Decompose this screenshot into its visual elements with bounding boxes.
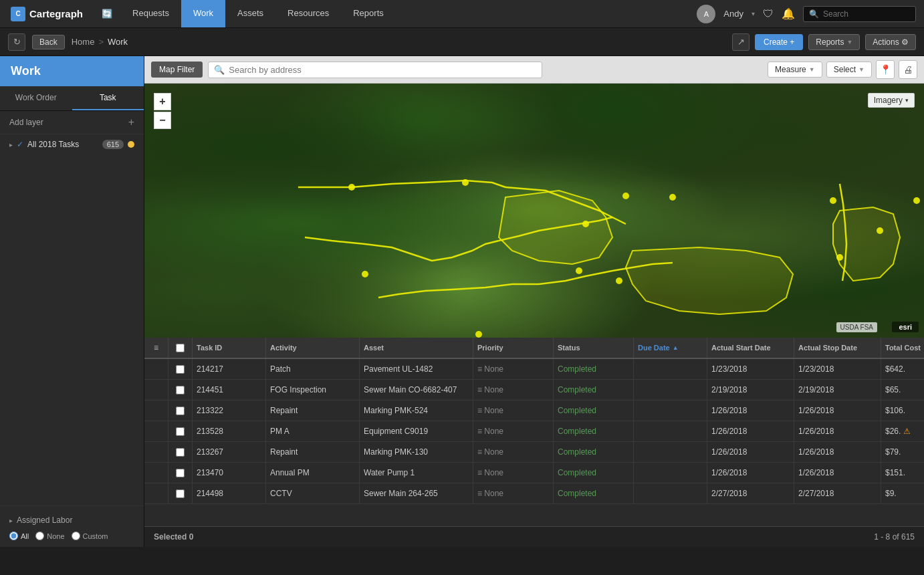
layer-item-all-tasks[interactable]: ▸ ✓ All 2018 Tasks 615 <box>0 134 144 154</box>
measure-label: Measure <box>775 65 806 74</box>
th-total-cost[interactable]: Total Cost <box>881 338 924 358</box>
zoom-out-button[interactable]: − <box>154 112 171 129</box>
table-row: 213322 Repaint Marking PMK-524 ≡ None Co… <box>144 400 924 421</box>
top-nav: C Cartegraph 🔄 Requests Work Assets Reso… <box>0 0 924 28</box>
sort-arrow-icon: ▲ <box>673 344 679 351</box>
select-dropdown-icon: ▼ <box>858 66 864 73</box>
address-search-box[interactable]: 🔍 <box>208 62 542 78</box>
avatar[interactable]: A <box>697 5 715 23</box>
external-link-icon[interactable]: ↗ <box>732 33 749 51</box>
esri-badge: esri <box>892 322 919 332</box>
reports-button[interactable]: Reports ▼ <box>808 34 860 50</box>
nav-item-requests[interactable]: Requests <box>120 0 181 27</box>
map-filter-button[interactable]: Map Filter <box>151 62 203 78</box>
add-layer-button[interactable]: Add layer + <box>0 111 144 134</box>
map-area[interactable]: + − Imagery ▾ USDA FSA esri <box>144 84 924 338</box>
breadcrumb-sep: > <box>98 37 104 47</box>
row-priority: ≡ None <box>473 442 554 462</box>
global-search-box[interactable]: 🔍 <box>803 6 916 22</box>
th-status[interactable]: Status <box>554 338 634 358</box>
row-menu[interactable] <box>144 400 168 421</box>
row-status: Completed <box>554 359 634 379</box>
th-activity[interactable]: Activity <box>266 338 360 358</box>
layer-count: 615 <box>102 140 124 149</box>
select-all-checkbox[interactable] <box>176 344 185 352</box>
address-search-input[interactable] <box>229 65 536 75</box>
row-actual-start: 2/27/2018 <box>707 483 794 503</box>
nav-item-assets[interactable]: Assets <box>225 0 275 27</box>
tab-task[interactable]: Task <box>72 86 144 110</box>
row-actual-start: 1/26/2018 <box>707 442 794 462</box>
nav-icon-requests-icon[interactable]: 🔄 <box>94 0 120 27</box>
row-checkbox[interactable] <box>168 442 193 462</box>
row-checkbox[interactable] <box>168 400 193 421</box>
tab-work-order[interactable]: Work Order <box>0 86 72 110</box>
svg-point-8 <box>913 197 920 204</box>
row-status: Completed <box>554 483 634 503</box>
th-due-date[interactable]: Due Date ▲ <box>634 338 707 358</box>
th-task-id[interactable]: Task ID <box>193 338 266 358</box>
row-checkbox[interactable] <box>168 463 193 483</box>
row-actual-start: 1/26/2018 <box>707 463 794 483</box>
search-icon: 🔍 <box>809 9 819 19</box>
main-layout: Work Work Order Task Add layer + ▸ ✓ All… <box>0 56 924 547</box>
nav-item-resources[interactable]: Resources <box>275 0 341 27</box>
global-search-input[interactable] <box>823 9 910 19</box>
row-priority: ≡ None <box>473 380 554 400</box>
breadcrumb-home[interactable]: Home <box>72 37 95 47</box>
selected-count: Selected 0 <box>154 532 193 542</box>
add-layer-icon: + <box>128 116 134 128</box>
svg-point-15 <box>836 254 843 261</box>
table-footer: Selected 0 1 - 8 of 615 <box>144 526 924 547</box>
th-priority[interactable]: Priority <box>473 338 554 358</box>
user-name[interactable]: Andy <box>723 9 743 19</box>
print-icon[interactable]: 🖨 <box>899 60 917 79</box>
dropdown-arrow-icon: ▾ <box>752 10 755 17</box>
back-button[interactable]: Back <box>32 35 65 49</box>
actions-button[interactable]: Actions ⚙ <box>865 34 916 50</box>
data-table-area: ≡ Task ID Activity Asset Priority Status… <box>144 338 924 547</box>
filter-none-label: None <box>47 532 64 540</box>
row-asset: Sewer Main 264-265 <box>360 483 473 503</box>
row-menu[interactable] <box>144 359 168 379</box>
filter-custom[interactable]: Custom <box>72 532 108 540</box>
logo[interactable]: C Cartegraph <box>0 7 94 21</box>
row-checkbox[interactable] <box>168 359 193 379</box>
row-activity: FOG Inspection <box>266 380 360 400</box>
measure-button[interactable]: Measure ▼ <box>768 62 822 78</box>
row-menu[interactable] <box>144 380 168 400</box>
row-status: Completed <box>554 380 634 400</box>
location-pin-icon[interactable]: 📍 <box>876 60 895 79</box>
th-actual-stop[interactable]: Actual Stop Date <box>794 338 881 358</box>
row-activity: PM A <box>266 421 360 441</box>
row-menu[interactable] <box>144 483 168 503</box>
th-actual-start[interactable]: Actual Start Date <box>707 338 794 358</box>
zoom-in-button[interactable]: + <box>154 93 171 110</box>
refresh-button[interactable]: ↻ <box>8 33 25 51</box>
layer-type-select[interactable]: Imagery ▾ <box>868 93 915 108</box>
row-menu[interactable] <box>144 463 168 483</box>
row-menu[interactable] <box>144 442 168 462</box>
select-button[interactable]: Select ▼ <box>826 62 872 78</box>
nav-item-work[interactable]: Work <box>181 0 225 27</box>
row-checkbox[interactable] <box>168 380 193 400</box>
bell-icon[interactable]: 🔔 <box>782 7 795 20</box>
filter-all[interactable]: All <box>9 532 29 540</box>
th-menu[interactable]: ≡ <box>144 338 168 358</box>
row-checkbox[interactable] <box>168 483 193 503</box>
row-status: Completed <box>554 442 634 462</box>
row-checkbox[interactable] <box>168 421 193 441</box>
row-asset: Pavement UL-1482 <box>360 359 473 379</box>
create-button[interactable]: Create + <box>755 34 803 50</box>
shield-icon[interactable]: 🛡 <box>763 8 774 20</box>
th-checkbox[interactable] <box>168 338 193 358</box>
row-activity: CCTV <box>266 483 360 503</box>
table-row: 213267 Repaint Marking PMK-130 ≡ None Co… <box>144 442 924 463</box>
page-info: 1 - 8 of 615 <box>874 532 915 542</box>
assigned-labor-item[interactable]: ▸ Assigned Labor <box>9 513 134 528</box>
row-priority: ≡ None <box>473 421 554 441</box>
nav-item-reports[interactable]: Reports <box>341 0 396 27</box>
filter-none[interactable]: None <box>35 532 64 540</box>
row-menu[interactable] <box>144 421 168 441</box>
th-asset[interactable]: Asset <box>360 338 473 358</box>
